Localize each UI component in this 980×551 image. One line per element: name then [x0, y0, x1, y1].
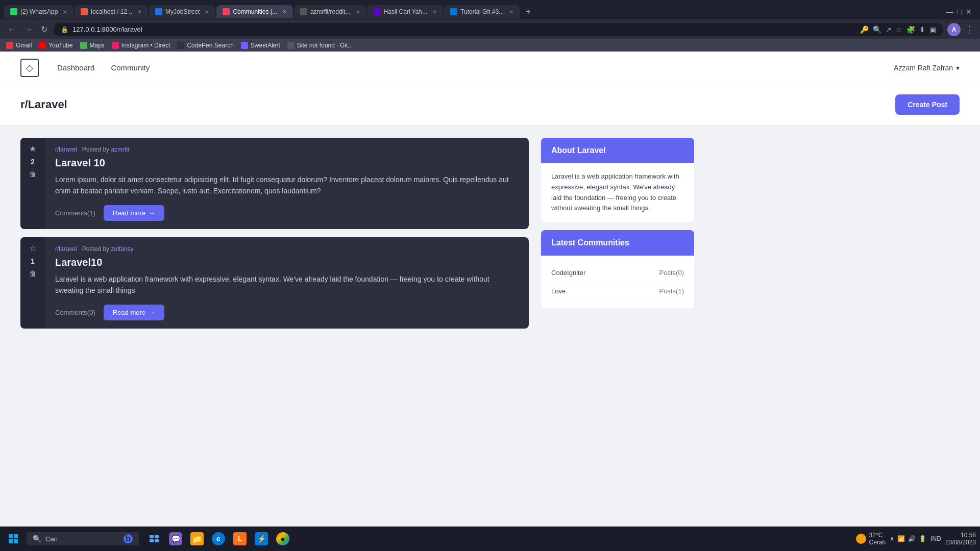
new-tab-button[interactable]: +: [521, 4, 535, 19]
minimize-icon[interactable]: —: [946, 8, 953, 16]
arrow-right-icon: →: [149, 309, 155, 316]
nav-user[interactable]: Azzam Rafi Zafran ▾: [894, 64, 960, 72]
bookmark-label: SweetAlert: [251, 42, 280, 49]
close-icon[interactable]: ✕: [966, 8, 972, 16]
tab-myjobstreet[interactable]: MyJobStreet ✕: [149, 5, 215, 18]
url-text[interactable]: 127.0.0.1:8000/r/laravel: [72, 26, 856, 33]
maximize-icon[interactable]: □: [958, 8, 962, 16]
nav-dashboard[interactable]: Dashboard: [55, 59, 96, 76]
sidebar-column: About Laravel Laravel is a web applicati…: [541, 138, 694, 329]
delete-button[interactable]: 🗑: [29, 170, 36, 178]
share-icon[interactable]: ↗: [886, 26, 892, 34]
tab-localhost[interactable]: localhost / 12... ✕: [75, 5, 148, 18]
bookmark-icon[interactable]: ☆: [896, 26, 902, 34]
app-container: ◇ Dashboard Community Azzam Rafi Zafran …: [0, 52, 980, 409]
nav-username: Azzam Rafi Zafran: [894, 64, 953, 72]
tab-close-icon[interactable]: ✕: [282, 9, 287, 15]
comments-link[interactable]: Comments(0): [55, 309, 95, 316]
bookmark-site[interactable]: Site not found · Git...: [287, 42, 353, 49]
post-meta: r/laravel Posted by zulfansy: [55, 245, 519, 253]
post-actions: Comments(1) Read more →: [55, 205, 519, 221]
post-body: r/laravel Posted by zulfansy Laravel10 L…: [45, 237, 529, 329]
post-card: ☆ 1 🗑 r/laravel Posted by zulfansy Larav…: [20, 237, 529, 329]
about-card-header: About Laravel: [541, 138, 694, 163]
tab-label: Tutorial Git #3...: [460, 8, 504, 15]
bookmark-sweetalert[interactable]: SweetAlert: [241, 42, 280, 49]
sidebar-toggle-icon[interactable]: ▣: [929, 26, 936, 34]
tab-favicon: [223, 8, 230, 15]
post-subreddit[interactable]: r/laravel: [55, 245, 77, 253]
post-title: Laravel 10: [55, 157, 519, 169]
profile-button[interactable]: A: [947, 23, 961, 36]
tab-close-icon[interactable]: ✕: [205, 9, 209, 15]
address-bar[interactable]: 🔒 127.0.0.1:8000/r/laravel 🔑 🔍 ↗ ☆ 🧩 ⬇ ▣: [54, 23, 943, 36]
tab-label: localhost / 12...: [91, 8, 132, 15]
comments-link[interactable]: Comments(1): [55, 209, 95, 217]
tab-communities[interactable]: Communities |... ✕: [216, 5, 292, 18]
post-meta: r/laravel Posted by azmrfii: [55, 146, 519, 153]
community-posts: Posts(1): [659, 287, 684, 295]
post-author[interactable]: azmrfii: [111, 146, 129, 153]
tab-close-icon[interactable]: ✕: [509, 9, 513, 15]
post-body: r/laravel Posted by azmrfii Laravel 10 L…: [45, 138, 529, 229]
tab-yahoo[interactable]: Hasil Cari Yah... ✕: [368, 5, 444, 18]
address-bar-icons: 🔑 🔍 ↗ ☆ 🧩 ⬇ ▣: [860, 26, 936, 34]
bookmark-label: Maps: [90, 42, 105, 49]
forward-button[interactable]: →: [22, 23, 35, 36]
menu-button[interactable]: ⋮: [965, 24, 974, 35]
communities-card-body: CodeIgniter Posts(0) Love Posts(1): [541, 256, 694, 308]
tab-close-icon[interactable]: ✕: [63, 9, 67, 15]
back-button[interactable]: ←: [6, 23, 18, 36]
extension-icon[interactable]: 🧩: [906, 26, 915, 34]
nav-community[interactable]: Community: [109, 59, 152, 76]
tab-tutorial[interactable]: Tutorial Git #3... ✕: [444, 5, 520, 18]
post-actions: Comments(0) Read more →: [55, 305, 519, 320]
community-row[interactable]: Love Posts(1): [551, 282, 684, 300]
communities-card-title: Latest Communities: [551, 238, 684, 247]
bookmark-gmail[interactable]: Gmail: [6, 42, 32, 49]
post-vote-col: ★ 2 🗑: [20, 138, 45, 229]
bookmark-codepen[interactable]: CodePen Search: [177, 42, 233, 49]
tab-whatsapp[interactable]: (2) WhatsApp ✕: [4, 5, 74, 18]
delete-button[interactable]: 🗑: [29, 269, 36, 278]
community-name: CodeIgniter: [551, 269, 585, 277]
communities-card: Latest Communities CodeIgniter Posts(0) …: [541, 230, 694, 308]
read-more-button[interactable]: Read more →: [104, 205, 164, 221]
star-button[interactable]: ★: [29, 144, 36, 154]
tab-close-icon[interactable]: ✕: [356, 9, 360, 15]
post-author[interactable]: zulfansy: [111, 245, 133, 253]
tab-github[interactable]: azmrfii/reddit... ✕: [294, 5, 366, 18]
page-header: r/Laravel Create Post: [0, 84, 980, 126]
arrow-right-icon: →: [149, 209, 155, 217]
chevron-down-icon: ▾: [956, 64, 960, 72]
vote-count: 1: [31, 257, 35, 265]
tab-close-icon[interactable]: ✕: [137, 9, 142, 15]
bookmark-maps[interactable]: Maps: [80, 42, 105, 49]
post-vote-col: ☆ 1 🗑: [20, 237, 45, 329]
create-post-button[interactable]: Create Post: [895, 94, 960, 115]
main-layout: ★ 2 🗑 r/laravel Posted by azmrfii Larave…: [0, 126, 715, 341]
vote-count: 2: [31, 158, 35, 166]
tab-close-icon[interactable]: ✕: [432, 9, 437, 15]
bookmark-label: Gmail: [16, 42, 32, 49]
community-posts: Posts(0): [659, 269, 684, 277]
bookmark-favicon: [80, 42, 87, 49]
zoom-icon[interactable]: 🔍: [873, 26, 881, 34]
star-button[interactable]: ☆: [29, 243, 36, 253]
community-row[interactable]: CodeIgniter Posts(0): [551, 264, 684, 282]
address-bar-row: ← → ↻ 🔒 127.0.0.1:8000/r/laravel 🔑 🔍 ↗ ☆…: [0, 19, 980, 39]
browser-chrome: (2) WhatsApp ✕ localhost / 12... ✕ MyJob…: [0, 0, 980, 52]
download-icon[interactable]: ⬇: [919, 26, 925, 34]
tab-favicon: [81, 8, 88, 15]
bookmark-instagram[interactable]: Instagram • Direct: [112, 42, 170, 49]
reload-button[interactable]: ↻: [39, 22, 50, 36]
read-more-button[interactable]: Read more →: [104, 305, 164, 320]
post-text: Lorem ipsum, dolor sit amet consectetur …: [55, 174, 519, 197]
post-text: Laravel is a web application framework w…: [55, 273, 519, 296]
tab-label: MyJobStreet: [165, 8, 200, 15]
tab-label: (2) WhatsApp: [20, 8, 58, 15]
communities-card-header: Latest Communities: [541, 230, 694, 256]
post-subreddit[interactable]: r/laravel: [55, 146, 77, 153]
bookmark-label: Instagram • Direct: [121, 42, 170, 49]
bookmark-youtube[interactable]: YouTube: [39, 42, 72, 49]
